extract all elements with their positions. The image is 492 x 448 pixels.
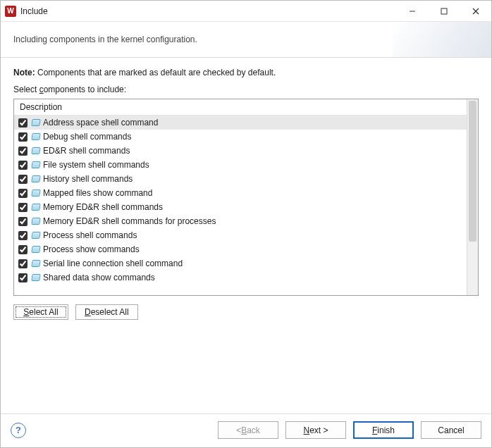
component-checkbox[interactable]: [18, 259, 27, 268]
list-item[interactable]: Process show commands: [14, 242, 467, 256]
component-checkbox[interactable]: [18, 203, 27, 212]
list-item[interactable]: Memory ED&R shell commands: [14, 200, 467, 214]
column-header-description[interactable]: Description: [14, 99, 467, 116]
component-icon: [31, 232, 40, 239]
next-button[interactable]: Next >: [285, 421, 346, 439]
app-icon: W: [5, 6, 16, 17]
select-all-button[interactable]: Select All: [13, 304, 68, 320]
list-item[interactable]: Memory ED&R shell commands for processes: [14, 214, 467, 228]
help-icon[interactable]: ?: [11, 423, 26, 438]
window-title: Include: [20, 6, 396, 16]
list-item[interactable]: ED&R shell commands: [14, 144, 467, 158]
component-checkbox[interactable]: [18, 231, 27, 240]
component-label: Shared data show commands: [43, 273, 155, 282]
select-components-label: Select components to include:: [13, 85, 479, 94]
dialog-window: W Include Including components in the ke…: [0, 0, 492, 448]
component-checkbox[interactable]: [18, 132, 27, 142]
component-label: History shell commands: [43, 174, 133, 184]
svg-rect-1: [441, 8, 447, 14]
components-list-inner: Description Address space shell commandD…: [14, 99, 467, 295]
component-checkbox[interactable]: [18, 161, 27, 170]
component-checkbox[interactable]: [18, 189, 27, 198]
header-subtitle: Including components in the kernel confi…: [13, 35, 479, 44]
note-line: Note: Components that are marked as defa…: [13, 68, 479, 77]
component-label: Serial line connection shell command: [43, 259, 183, 268]
component-checkbox[interactable]: [18, 147, 27, 156]
body-area: Note: Components that are marked as defa…: [1, 58, 491, 413]
footer: ? < Back Next > Finish Cancel: [1, 413, 491, 447]
component-icon: [31, 133, 40, 140]
maximize-button[interactable]: [428, 1, 460, 21]
component-label: File system shell commands: [43, 160, 149, 170]
selection-buttons: Select All Deselect All: [13, 304, 479, 320]
component-label: Process show commands: [43, 244, 140, 254]
list-item[interactable]: Process shell commands: [14, 228, 467, 242]
component-checkbox[interactable]: [18, 217, 27, 226]
component-label: Memory ED&R shell commands for processes: [43, 216, 216, 226]
component-label: Mapped files show command: [43, 188, 152, 198]
list-item[interactable]: Mapped files show command: [14, 186, 467, 200]
components-list-body: Address space shell commandDebug shell c…: [14, 116, 467, 285]
component-label: Process shell commands: [43, 230, 137, 240]
list-item[interactable]: Serial line connection shell command: [14, 256, 467, 270]
back-button[interactable]: < Back: [218, 421, 278, 439]
component-icon: [31, 274, 40, 281]
cancel-button[interactable]: Cancel: [421, 421, 481, 439]
component-icon: [31, 218, 40, 225]
component-checkbox[interactable]: [18, 273, 27, 282]
component-icon: [31, 260, 40, 267]
note-text: Components that are marked as default ar…: [37, 68, 276, 77]
header-area: Including components in the kernel confi…: [1, 22, 491, 58]
component-checkbox[interactable]: [18, 118, 27, 127]
components-list[interactable]: Description Address space shell commandD…: [13, 99, 479, 296]
list-item[interactable]: History shell commands: [14, 172, 467, 186]
component-label: Address space shell command: [43, 118, 158, 127]
list-item[interactable]: File system shell commands: [14, 158, 467, 172]
minimize-button[interactable]: [396, 1, 428, 21]
finish-button[interactable]: Finish: [353, 421, 414, 439]
list-item[interactable]: Address space shell command: [14, 116, 467, 130]
titlebar: W Include: [1, 1, 491, 22]
component-icon: [31, 189, 40, 197]
component-icon: [31, 119, 40, 126]
component-icon: [31, 204, 40, 211]
component-icon: [31, 161, 40, 168]
component-checkbox[interactable]: [18, 175, 27, 184]
component-icon: [31, 246, 40, 253]
deselect-all-button[interactable]: Deselect All: [75, 304, 138, 320]
window-controls: [396, 1, 491, 21]
vertical-scrollbar[interactable]: [467, 99, 478, 295]
close-button[interactable]: [460, 1, 491, 21]
component-label: Debug shell commands: [43, 132, 131, 142]
note-label: Note:: [13, 68, 35, 77]
list-item[interactable]: Shared data show commands: [14, 270, 467, 285]
scrollbar-thumb[interactable]: [469, 101, 476, 242]
component-icon: [31, 147, 40, 154]
component-label: Memory ED&R shell commands: [43, 202, 163, 212]
list-item[interactable]: Debug shell commands: [14, 130, 467, 144]
component-label: ED&R shell commands: [43, 146, 130, 156]
component-icon: [31, 175, 40, 182]
component-checkbox[interactable]: [18, 245, 27, 254]
